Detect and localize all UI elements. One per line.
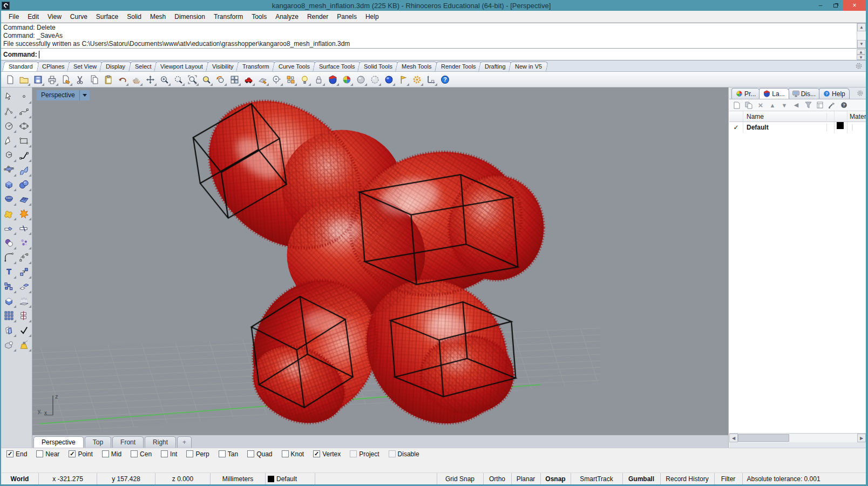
array-objects-icon[interactable] [2, 279, 17, 294]
move-up-icon[interactable]: ▲ [768, 101, 777, 110]
delete-layer-icon[interactable]: × [756, 101, 765, 110]
help-icon[interactable]: ? [438, 73, 452, 86]
units-cell[interactable]: Millimeters [211, 473, 266, 484]
scroll-down-icon[interactable]: ▼ [857, 40, 866, 48]
split-icon[interactable] [17, 221, 32, 235]
menu-tools[interactable]: Tools [247, 12, 271, 22]
osnap-disable[interactable]: Disable [389, 450, 419, 458]
mesh-plane-icon[interactable] [17, 192, 32, 206]
tab-display[interactable]: Display [100, 62, 132, 71]
polygon-icon[interactable] [2, 148, 17, 163]
viewport-tab-top[interactable]: Top [85, 436, 111, 448]
move-scale-icon[interactable] [17, 265, 32, 279]
cplane-world-button[interactable]: World [1, 473, 39, 484]
surface-from-points-icon[interactable] [2, 163, 17, 177]
tab-cplanes[interactable]: CPlanes [36, 62, 71, 71]
scrollbar-thumb[interactable] [738, 434, 789, 442]
menu-dimension[interactable]: Dimension [170, 12, 209, 22]
osnap-int[interactable]: Int [161, 450, 177, 458]
boolean-union-icon[interactable] [2, 206, 17, 221]
lock-icon[interactable] [312, 73, 326, 86]
osnap-point[interactable]: ✓Point [69, 450, 92, 458]
print-icon[interactable] [45, 73, 59, 86]
tab-transform[interactable]: Transform [236, 62, 276, 71]
restore-button[interactable] [828, 1, 843, 10]
osnap-toggle[interactable]: Osnap [541, 473, 571, 484]
menu-edit[interactable]: Edit [23, 12, 43, 22]
menu-render[interactable]: Render [303, 12, 333, 22]
planar-toggle[interactable]: Planar [512, 473, 541, 484]
menu-transform[interactable]: Transform [209, 12, 247, 22]
render-icon[interactable] [326, 73, 340, 86]
panel-tab-properties[interactable]: Pr... [731, 88, 760, 99]
boolean-difference-icon[interactable] [2, 235, 17, 250]
duplicate-sheets-icon[interactable] [2, 323, 17, 338]
color-wheel-icon[interactable] [340, 73, 354, 86]
tab-render-tools[interactable]: Render Tools [435, 62, 482, 71]
current-layer-check[interactable]: ✓ [729, 122, 743, 133]
menu-file[interactable]: File [4, 12, 23, 22]
point-cloud-icon[interactable] [17, 235, 32, 250]
shaded-viewport-icon[interactable] [354, 73, 368, 86]
tab-visibility[interactable]: Visibility [206, 62, 240, 71]
viewport-title-menu[interactable]: Perspective [37, 90, 90, 100]
trim-icon[interactable] [2, 221, 17, 235]
tab-curve-tools[interactable]: Curve Tools [272, 62, 316, 71]
toolbar-gear-icon[interactable] [855, 62, 863, 70]
menu-curve[interactable]: Curve [66, 12, 92, 22]
menu-surface[interactable]: Surface [92, 12, 123, 22]
material-column-header[interactable]: Material [847, 113, 866, 120]
viewport-tab-right[interactable]: Right [145, 436, 176, 448]
extrude-solid-icon[interactable] [2, 294, 17, 308]
polyline-icon[interactable] [2, 104, 17, 119]
filter-icon[interactable] [804, 101, 812, 110]
ghosted-viewport-icon[interactable] [368, 73, 382, 86]
command-prompt[interactable]: Command: ▲ ▼ [1, 49, 866, 60]
tab-solid-tools[interactable]: Solid Tools [357, 62, 399, 71]
cplane-grid-icon[interactable] [256, 73, 269, 86]
explode-icon[interactable] [17, 206, 32, 221]
point-icon[interactable] [17, 90, 32, 104]
ellipse-icon[interactable] [17, 119, 32, 133]
spray-paint-icon[interactable] [17, 338, 32, 352]
grid-snap-toggle[interactable]: Grid Snap [437, 473, 484, 484]
torus-icon[interactable] [2, 192, 17, 206]
new-file-icon[interactable] [3, 73, 17, 86]
extrude-surface-icon[interactable] [17, 294, 32, 308]
move-left-icon[interactable]: ◀ [792, 101, 801, 110]
osnap-project[interactable]: Project [350, 450, 379, 458]
section-icon[interactable] [17, 308, 32, 323]
osnap-cen[interactable]: Cen [131, 450, 152, 458]
osnap-near[interactable]: Near [36, 450, 59, 458]
open-file-icon[interactable] [17, 73, 31, 86]
layer-sheet-icon[interactable] [816, 101, 824, 110]
interpolate-curve-icon[interactable] [17, 104, 32, 119]
menu-help[interactable]: Help [361, 12, 383, 22]
material-ball-icon[interactable] [852, 124, 853, 131]
tab-set-view[interactable]: Set View [67, 62, 103, 71]
new-layer-icon[interactable] [733, 101, 741, 110]
filter-toggle[interactable]: Filter [715, 473, 743, 484]
osnap-perp[interactable]: Perp [186, 450, 209, 458]
osnap-vertex[interactable]: ✓Vertex [313, 450, 341, 458]
osnap-end[interactable]: ✓End [6, 450, 27, 458]
cplane-circle-icon[interactable] [270, 73, 283, 86]
scroll-up-icon[interactable]: ▲ [857, 23, 866, 31]
tab-standard[interactable]: Standard [2, 62, 39, 71]
panel-tab-layers[interactable]: La... [759, 88, 789, 99]
box-icon[interactable] [2, 177, 17, 192]
light-icon[interactable] [298, 73, 311, 86]
scroll-right-icon[interactable]: ▶ [857, 434, 866, 442]
menu-solid[interactable]: Solid [123, 12, 146, 22]
viewport-title-dropdown[interactable] [79, 90, 90, 100]
pan-icon[interactable] [130, 73, 143, 86]
viewport-title-label[interactable]: Perspective [37, 90, 79, 100]
undo-view-icon[interactable] [214, 73, 227, 86]
current-layer-cell[interactable]: Default [266, 473, 315, 484]
close-button[interactable]: × [843, 0, 866, 11]
move-down-icon[interactable]: ▼ [780, 101, 789, 110]
menu-mesh[interactable]: Mesh [146, 12, 170, 22]
tab-new-in-v5[interactable]: New in V5 [508, 62, 548, 71]
panel-gear-icon[interactable] [857, 90, 864, 97]
orient-icon[interactable] [17, 279, 32, 294]
